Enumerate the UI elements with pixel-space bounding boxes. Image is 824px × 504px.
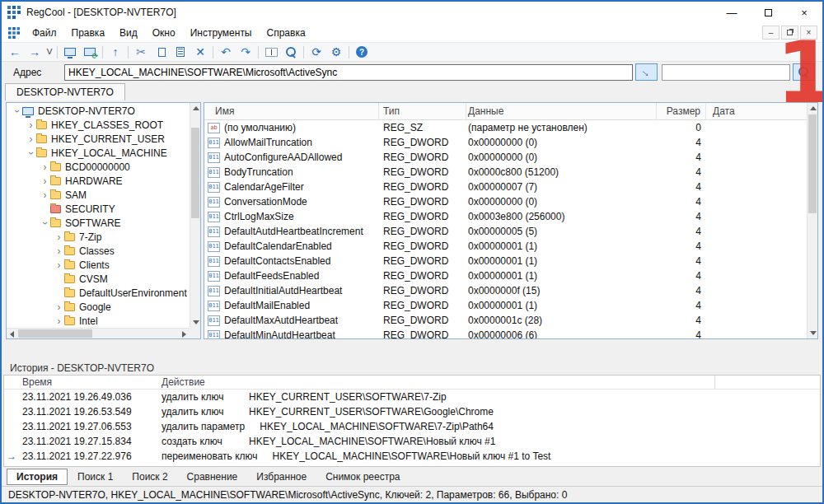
export-button[interactable] (171, 44, 190, 61)
tree-item-BCD00000000[interactable]: ›BCD00000000 (7, 160, 190, 174)
history-row[interactable]: 23.11.2021 19.27.15.834создать ключHKEY_… (4, 434, 820, 449)
column-header-size[interactable]: Размер (657, 103, 706, 119)
column-header-time[interactable]: Время (19, 376, 151, 388)
value-row[interactable]: 011DefaultMailEnabledREG_DWORD0x00000001… (204, 298, 807, 313)
expander-icon[interactable]: › (12, 105, 22, 116)
value-row[interactable]: 011CalendarAgeFilterREG_DWORD0x00000007 … (204, 180, 807, 194)
tab-history[interactable]: История (7, 469, 68, 485)
reconnect-button[interactable] (80, 44, 100, 61)
column-header-type[interactable]: Тип (379, 103, 466, 119)
expander-icon[interactable]: › (40, 162, 50, 172)
tree-item-HKEY_CLASSES_ROOT[interactable]: ›HKEY_CLASSES_ROOT (7, 118, 190, 132)
history-row[interactable]: 23.11.2021 19.27.06.553удалить параметрH… (4, 419, 820, 434)
tree-item-SECURITY[interactable]: SECURITY (7, 202, 190, 216)
column-header-action[interactable]: Действие (151, 376, 715, 389)
cut-button[interactable]: ✂ (131, 44, 151, 61)
value-row[interactable]: 011DefaultAutdHeartbeatIncrementREG_DWOR… (204, 224, 807, 239)
rename-button[interactable] (261, 44, 281, 61)
scroll-down-button[interactable] (190, 317, 201, 328)
minimize-button[interactable]: — (714, 2, 750, 23)
scroll-right-button[interactable] (179, 329, 190, 339)
scroll-up-button[interactable] (190, 103, 201, 114)
history-row[interactable]: 23.11.2021 19.26.49.036удалить ключHKEY_… (4, 390, 820, 404)
tab-compare[interactable]: Сравнение (178, 469, 247, 484)
value-row[interactable]: 011DefaultMaxAutdHeartbeatREG_DWORD0x000… (204, 313, 807, 328)
value-row[interactable]: 011DefaultContactsEnabledREG_DWORD0x0000… (204, 254, 807, 268)
value-row[interactable]: 011CtrlLogMaxSizeREG_DWORD0x0003e800 (25… (204, 209, 807, 224)
find-button[interactable] (281, 44, 301, 61)
tab-search2[interactable]: Поиск 2 (123, 469, 176, 484)
help-button[interactable]: ? (352, 44, 372, 61)
tab-search1[interactable]: Поиск 1 (68, 469, 122, 484)
goto-key-button[interactable]: → (635, 63, 658, 81)
value-row[interactable]: 011BodyTruncationREG_DWORD0x0000c800 (51… (204, 165, 807, 180)
tree-item-Classes[interactable]: ›Classes (7, 244, 190, 258)
filter-input[interactable] (662, 64, 790, 81)
history-row[interactable]: 23.11.2021 19.26.53.549удалить ключHKEY_… (4, 404, 820, 419)
menu-edit[interactable]: Правка (64, 26, 113, 40)
tree-item-CVSM[interactable]: CVSM (7, 272, 190, 286)
tree-item-7-Zip[interactable]: ›7-Zip (7, 230, 190, 244)
undo-button[interactable]: ↶ (216, 44, 236, 61)
history-row[interactable]: →23.11.2021 19.27.22.976переименовать кл… (4, 449, 820, 464)
tree-item-Clients[interactable]: ›Clients (7, 258, 190, 272)
forward-button[interactable]: → (25, 44, 44, 61)
expander-icon[interactable]: › (40, 190, 50, 200)
expander-icon[interactable]: › (40, 176, 50, 186)
tab-snapshot[interactable]: Снимок реестра (316, 469, 409, 484)
value-row[interactable]: 011DefaultFeedsEnabledREG_DWORD0x0000000… (204, 268, 807, 283)
expander-icon[interactable]: › (54, 302, 64, 312)
redo-button[interactable]: ↷ (236, 44, 255, 61)
menu-view[interactable]: Вид (112, 26, 145, 40)
tab-desktop-nvter7o[interactable]: DESKTOP-NVTER7O (5, 83, 125, 100)
expander-icon[interactable]: › (26, 120, 36, 130)
scroll-left-button[interactable] (7, 329, 17, 339)
tree-item-HARDWARE[interactable]: ›HARDWARE (7, 174, 190, 188)
connect-button[interactable] (60, 44, 80, 61)
expander-icon[interactable]: › (54, 316, 64, 326)
tree-item-DESKTOP-NVTER7O[interactable]: ›DESKTOP-NVTER7O (7, 104, 190, 118)
scroll-down-button[interactable] (808, 328, 818, 338)
value-row[interactable]: ab(по умолчанию)REG_SZ(параметр не устан… (204, 120, 807, 135)
values-vertical-scrollbar[interactable] (807, 103, 817, 338)
tree-item-SAM[interactable]: ›SAM (7, 188, 190, 202)
column-header-name[interactable]: Имя (204, 103, 379, 119)
value-row[interactable]: 011AutoConfigureAADAllowedREG_DWORD0x000… (204, 150, 807, 165)
menu-help[interactable]: Справка (260, 26, 313, 40)
menu-file[interactable]: Файл (25, 26, 64, 40)
expander-icon[interactable]: › (54, 232, 64, 242)
value-row[interactable]: 011DefaultCalendarEnabledREG_DWORD0x0000… (204, 239, 807, 254)
expander-icon[interactable]: › (40, 217, 50, 228)
tree-item-HKEY_LOCAL_MACHINE[interactable]: ›HKEY_LOCAL_MACHINE (7, 146, 190, 160)
expander-icon[interactable]: › (26, 147, 36, 158)
delete-button[interactable]: ✕ (190, 44, 210, 61)
menu-tools[interactable]: Инструменты (183, 26, 260, 40)
tree-item-Google[interactable]: ›Google (7, 300, 190, 314)
tree-hscroll-thumb[interactable] (18, 329, 92, 338)
settings-button[interactable]: ⚙ (326, 44, 346, 61)
maximize-button[interactable] (750, 2, 786, 23)
tree-item-Intel[interactable]: ›Intel (7, 314, 190, 328)
back-button[interactable]: ← (5, 44, 25, 61)
address-input[interactable] (64, 64, 633, 81)
copy-button[interactable] (151, 44, 171, 61)
value-row[interactable]: 011AllowMailTruncationREG_DWORD0x0000000… (204, 135, 807, 150)
expander-icon[interactable]: › (54, 246, 64, 256)
menu-window[interactable]: Окно (145, 26, 183, 40)
tree-vertical-scrollbar[interactable] (190, 103, 200, 328)
close-button[interactable]: × (786, 2, 822, 23)
parent-key-button[interactable]: ↑ (105, 44, 125, 61)
value-row[interactable]: 011DefaultInitialAutdHeartbeatREG_DWORD0… (204, 283, 807, 298)
expander-icon[interactable]: › (54, 260, 64, 270)
tab-favorites[interactable]: Избранное (247, 469, 316, 484)
refresh-button[interactable]: ⟳ (307, 44, 326, 61)
tree-item-HKEY_CURRENT_USER[interactable]: ›HKEY_CURRENT_USER (7, 132, 190, 146)
expander-icon[interactable]: › (26, 134, 36, 144)
tree-item-SOFTWARE[interactable]: ›SOFTWARE (7, 216, 190, 230)
column-header-data[interactable]: Данные (466, 103, 657, 119)
tree-vscroll-thumb[interactable] (191, 128, 199, 218)
tree-item-DefaultUserEnvironment[interactable]: DefaultUserEnvironment (7, 286, 190, 300)
value-row[interactable]: 011ConversationModeREG_DWORD0x00000000 (… (204, 194, 807, 209)
tree-horizontal-scrollbar[interactable] (7, 328, 190, 338)
values-vscroll-thumb[interactable] (808, 114, 817, 213)
